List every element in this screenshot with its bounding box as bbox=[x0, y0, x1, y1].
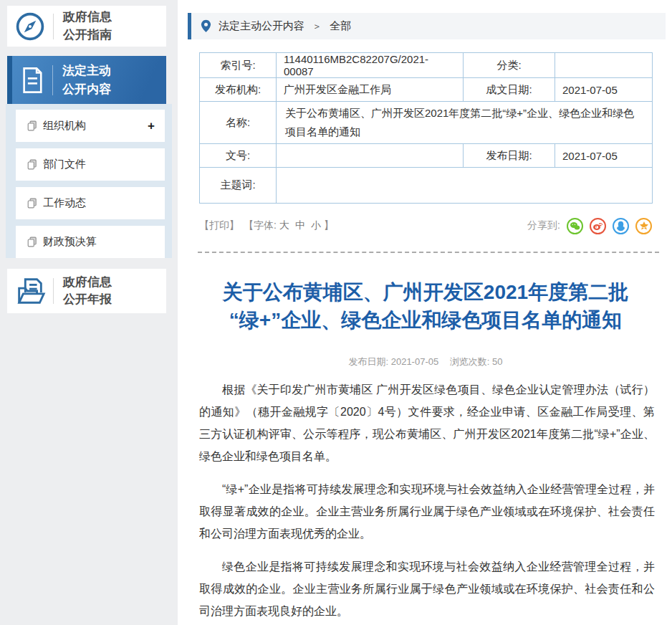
sidebar-item-work-news[interactable]: 工作动态 bbox=[16, 187, 165, 219]
issuer-label: 发布机构: bbox=[200, 78, 277, 102]
font-size-suffix: 】 bbox=[324, 219, 334, 232]
issuer-value: 广州开发区金融工作局 bbox=[277, 78, 464, 102]
table-row: 文号: 发布日期: 2021-07-05 bbox=[200, 144, 653, 168]
dashed-divider bbox=[198, 252, 659, 253]
article-paragraph: 绿色企业是指将可持续发展理念和实现环境与社会效益纳入企业经营管理全过程，并取得成… bbox=[199, 555, 655, 622]
pages-icon bbox=[27, 159, 37, 170]
sidebar-item-guide[interactable]: 政府信息 公开指南 bbox=[7, 6, 166, 47]
sidebar-subnav: 组织机构 + 部门文件 工作动态 bbox=[6, 104, 172, 258]
folder-report-icon bbox=[7, 275, 53, 307]
article-paragraph: 根据《关于印发广州市黄埔区 广州开发区绿色项目、绿色企业认定管理办法（试行）的通… bbox=[199, 378, 655, 467]
breadcrumb: 法定主动公开内容 ＞ 全部 bbox=[188, 13, 666, 39]
location-pin-icon bbox=[201, 19, 211, 33]
index-number-value: 11440116MB2C82207G/2021-00087 bbox=[277, 53, 464, 78]
sidebar-item-label: 组织机构 bbox=[43, 119, 148, 133]
category-label: 分类: bbox=[464, 53, 555, 78]
sidebar: 政府信息 公开指南 法定主动 公开内容 bbox=[0, 0, 178, 625]
table-row: 主题词: bbox=[200, 168, 653, 204]
share-wechat-icon[interactable] bbox=[567, 218, 583, 234]
document-icon bbox=[12, 65, 52, 95]
main-content: 法定主动公开内容 ＞ 全部 索引号: 11440116MB2C82207G/20… bbox=[178, 0, 672, 625]
sidebar-item-organization[interactable]: 组织机构 + bbox=[16, 110, 165, 142]
views-value: 50 bbox=[492, 356, 502, 367]
keywords-value bbox=[277, 168, 653, 204]
table-row: 发布机构: 广州开发区金融工作局 成文日期: 2021-07-05 bbox=[200, 78, 653, 102]
print-button[interactable]: 【打印】 bbox=[199, 219, 239, 232]
pages-icon bbox=[27, 120, 37, 131]
sidebar-item-fiscal-budget[interactable]: 财政预决算 bbox=[16, 226, 165, 258]
sidebar-item-label: 财政预决算 bbox=[43, 235, 155, 249]
name-value: 关于公布黄埔区、广州开发区2021年度第二批“绿+”企业、绿色企业和绿色项目名单… bbox=[277, 102, 653, 144]
compass-icon bbox=[7, 11, 53, 42]
share-qzone-star-icon[interactable] bbox=[635, 218, 652, 234]
font-size-medium-button[interactable]: 中 bbox=[295, 219, 305, 232]
doc-number-value bbox=[277, 144, 464, 168]
font-size-small-button[interactable]: 小 bbox=[311, 219, 321, 232]
document-meta-table: 索引号: 11440116MB2C82207G/2021-00087 分类: 发… bbox=[199, 52, 653, 204]
category-value bbox=[555, 53, 653, 78]
publish-date-label: 发布日期: bbox=[464, 144, 555, 168]
article-body: 根据《关于印发广州市黄埔区 广州开发区绿色项目、绿色企业认定管理办法（试行）的通… bbox=[199, 378, 655, 625]
sidebar-item-label: 政府信息 公开年报 bbox=[54, 274, 112, 308]
sidebar-item-label: 工作动态 bbox=[43, 196, 155, 210]
article-toolbar: 【打印】 【字体: 大 中 小 】 分享到: bbox=[199, 216, 652, 235]
pages-icon bbox=[27, 198, 37, 209]
table-row: 索引号: 11440116MB2C82207G/2021-00087 分类: bbox=[200, 53, 653, 78]
expand-plus-icon[interactable]: + bbox=[148, 119, 155, 133]
written-date-value: 2021-07-05 bbox=[555, 78, 653, 102]
page: 政府信息 公开指南 法定主动 公开内容 bbox=[0, 0, 672, 625]
views-label: 浏览次数: bbox=[450, 356, 490, 367]
breadcrumb-root[interactable]: 法定主动公开内容 bbox=[219, 19, 304, 33]
breadcrumb-current[interactable]: 全部 bbox=[330, 19, 351, 33]
doc-number-label: 文号: bbox=[200, 144, 277, 168]
font-size-large-button[interactable]: 大 bbox=[279, 219, 289, 232]
sidebar-item-label: 部门文件 bbox=[43, 158, 155, 171]
sidebar-item-label: 法定主动 公开内容 bbox=[53, 62, 111, 98]
article-meta: 发布日期: 2021-07-05 浏览次数: 50 bbox=[199, 356, 652, 368]
breadcrumb-separator: ＞ bbox=[312, 20, 322, 33]
name-label: 名称: bbox=[200, 102, 277, 144]
sidebar-item-annual-report[interactable]: 政府信息 公开年报 bbox=[7, 269, 166, 313]
pages-icon bbox=[27, 237, 37, 247]
font-size-prefix: 【字体: bbox=[244, 219, 277, 232]
written-date-label: 成文日期: bbox=[464, 78, 555, 102]
share-weibo-icon[interactable] bbox=[590, 218, 606, 234]
sidebar-item-department-files[interactable]: 部门文件 bbox=[16, 148, 165, 181]
sidebar-item-active-disclosure[interactable]: 法定主动 公开内容 bbox=[7, 56, 166, 104]
sidebar-item-label: 政府信息 公开指南 bbox=[54, 9, 112, 43]
share-qq-icon[interactable] bbox=[613, 218, 629, 234]
article-paragraph: “绿+”企业是指将可持续发展理念和实现环境与社会效益纳入企业经营管理全过程，并取… bbox=[199, 478, 655, 545]
table-row: 名称: 关于公布黄埔区、广州开发区2021年度第二批“绿+”企业、绿色企业和绿色… bbox=[200, 102, 653, 144]
article-title: 关于公布黄埔区、广州开发区2021年度第二批 “绿+”企业、绿色企业和绿色项目名… bbox=[199, 278, 652, 334]
share-label: 分享到: bbox=[527, 219, 560, 232]
keywords-label: 主题词: bbox=[200, 168, 277, 204]
publish-date-value: 2021-07-05 bbox=[391, 356, 439, 367]
publish-date-value: 2021-07-05 bbox=[555, 144, 653, 168]
publish-date-label: 发布日期: bbox=[348, 356, 388, 367]
index-number-label: 索引号: bbox=[200, 53, 277, 78]
